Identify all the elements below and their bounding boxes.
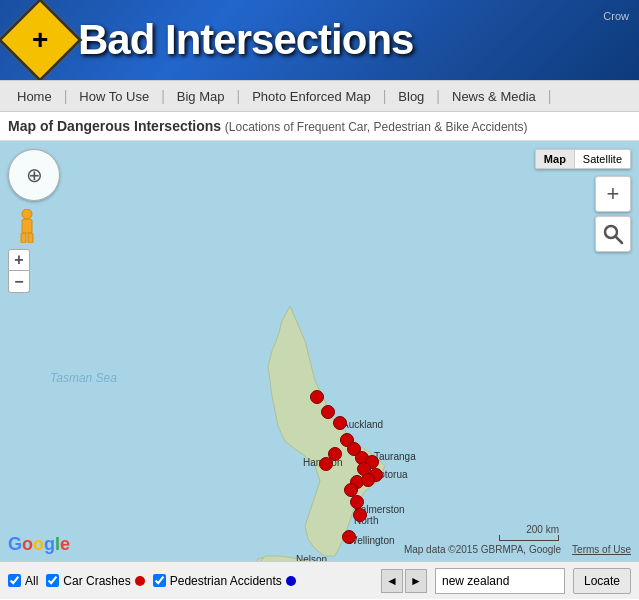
city-label-auckland: Auckland <box>342 419 383 430</box>
filter-car-crashes: Car Crashes <box>46 574 144 588</box>
pedestrian-checkbox[interactable] <box>153 574 166 587</box>
scale-bar <box>499 535 559 541</box>
map-type-map-btn[interactable]: Map <box>536 150 574 168</box>
map-data-text: Map data ©2015 GBRMPA, Google <box>404 544 561 555</box>
map-nav-control[interactable]: ⊕ <box>8 149 60 201</box>
map-search-btn[interactable] <box>595 216 631 252</box>
page-title: Map of Dangerous Intersections <box>8 118 221 134</box>
svg-rect-6 <box>28 233 33 243</box>
map-marker-1[interactable] <box>310 390 324 404</box>
all-checkbox[interactable] <box>8 574 21 587</box>
nav-next-btn[interactable]: ► <box>405 569 427 593</box>
nav-item-big-map[interactable]: Big Map <box>165 80 237 112</box>
pan-icon: ⊕ <box>26 163 43 187</box>
location-search-input[interactable] <box>435 568 565 594</box>
page-subtitle: (Locations of Frequent Car, Pedestrian &… <box>225 120 528 134</box>
car-crashes-label: Car Crashes <box>63 574 130 588</box>
car-crashes-dot <box>135 576 145 586</box>
map-marker-17[interactable] <box>350 495 364 509</box>
site-header: + Bad Intersections Crow <box>0 0 639 80</box>
filter-all: All <box>8 574 38 588</box>
map-pan-control[interactable]: ⊕ <box>8 149 60 201</box>
city-label-tauranga: Tauranga <box>374 451 416 462</box>
google-logo: Google <box>8 534 70 555</box>
map-marker-14[interactable] <box>361 473 375 487</box>
main-nav: Home | How To Use | Big Map | Photo Enfo… <box>0 80 639 112</box>
map-type-satellite-btn[interactable]: Satellite <box>574 150 630 168</box>
nav-item-how-to-use[interactable]: How To Use <box>67 80 161 112</box>
filter-pedestrian: Pedestrian Accidents <box>153 574 296 588</box>
map-controls-right: + <box>595 176 631 252</box>
nav-arrows: ◄ ► <box>381 569 427 593</box>
nz-map-svg <box>0 141 639 561</box>
pegman-control[interactable] <box>18 209 36 246</box>
nav-item-photo-enforced-map[interactable]: Photo Enforced Map <box>240 80 383 112</box>
map-marker-2[interactable] <box>321 405 335 419</box>
header-crown-text: Crow <box>603 10 629 22</box>
map-marker-15[interactable] <box>353 508 367 522</box>
header-content: + Bad Intersections <box>10 10 413 70</box>
bottom-bar: All Car Crashes Pedestrian Accidents ◄ ►… <box>0 561 639 599</box>
map-marker-7[interactable] <box>319 457 333 471</box>
map-attribution: Map data ©2015 GBRMPA, Google Terms of U… <box>404 544 631 555</box>
map-zoom-in-btn[interactable]: + <box>595 176 631 212</box>
scale-label: 200 km <box>526 524 559 535</box>
svg-rect-5 <box>21 233 26 243</box>
map-scale: 200 km <box>499 524 559 541</box>
nav-item-blog[interactable]: Blog <box>386 80 436 112</box>
svg-point-3 <box>22 209 32 219</box>
locate-button[interactable]: Locate <box>573 568 631 594</box>
map-zoom-control: + − <box>8 249 30 293</box>
zoom-out-btn[interactable]: − <box>8 271 30 293</box>
pegman-icon <box>18 209 36 243</box>
pedestrian-dot <box>286 576 296 586</box>
nav-item-news-media[interactable]: News & Media <box>440 80 548 112</box>
terms-of-use-link[interactable]: Terms of Use <box>572 544 631 555</box>
site-title: Bad Intersections <box>78 16 413 64</box>
tasman-sea-label: Tasman Sea <box>50 371 117 385</box>
nav-prev-btn[interactable]: ◄ <box>381 569 403 593</box>
search-icon <box>602 223 624 245</box>
car-crashes-checkbox[interactable] <box>46 574 59 587</box>
map-marker-16[interactable] <box>342 530 356 544</box>
nav-item-home[interactable]: Home <box>5 80 64 112</box>
logo-plus-icon: + <box>32 26 48 54</box>
page-title-bar: Map of Dangerous Intersections (Location… <box>0 112 639 141</box>
map-container[interactable]: Tasman Sea New Zealand Auckland Hamilton… <box>0 141 639 561</box>
svg-rect-4 <box>22 219 32 233</box>
svg-line-2 <box>616 237 623 244</box>
map-marker-3[interactable] <box>333 416 347 430</box>
logo-sign: + <box>0 0 82 80</box>
nav-separator-6: | <box>548 88 552 104</box>
city-label-nelson: Nelson <box>296 554 327 561</box>
all-label: All <box>25 574 38 588</box>
map-type-control: Map Satellite <box>535 149 631 169</box>
pedestrian-label: Pedestrian Accidents <box>170 574 282 588</box>
zoom-in-btn[interactable]: + <box>8 249 30 271</box>
